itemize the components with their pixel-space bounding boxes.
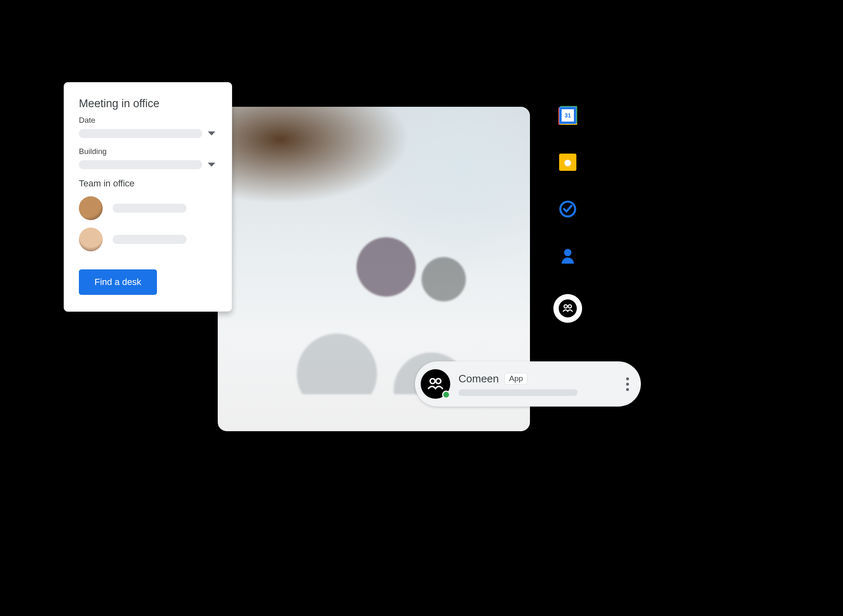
avatar [79, 196, 103, 220]
building-value-placeholder [79, 160, 202, 169]
app-subtitle-placeholder [458, 389, 578, 396]
chevron-down-icon [208, 163, 215, 167]
app-name: Comeen [458, 372, 499, 385]
tasks-icon[interactable] [559, 200, 576, 218]
calendar-icon[interactable]: 31 [559, 107, 576, 124]
card-title: Meeting in office [79, 97, 217, 110]
svg-point-2 [564, 305, 567, 308]
team-row [79, 228, 217, 251]
team-row [79, 196, 217, 220]
team-name-placeholder [113, 204, 187, 213]
contacts-icon[interactable] [559, 247, 576, 264]
more-menu-icon[interactable] [626, 377, 629, 391]
presence-online-icon [442, 391, 450, 399]
comeen-app-chip[interactable]: Comeen App [415, 361, 641, 407]
calendar-day: 31 [562, 109, 574, 122]
find-desk-button[interactable]: Find a desk [79, 269, 157, 295]
building-select[interactable] [79, 160, 217, 169]
svg-point-3 [568, 305, 571, 308]
date-value-placeholder [79, 129, 202, 138]
date-select[interactable] [79, 129, 217, 138]
svg-point-5 [436, 379, 441, 384]
keep-icon[interactable] [559, 154, 576, 171]
svg-point-1 [564, 249, 571, 256]
comeen-icon[interactable] [553, 294, 582, 323]
team-title: Team in office [79, 178, 217, 189]
svg-point-4 [430, 379, 435, 384]
chevron-down-icon [208, 131, 215, 136]
date-label: Date [79, 116, 217, 125]
team-name-placeholder [113, 235, 187, 244]
meeting-card: Meeting in office Date Building Team in … [64, 82, 232, 312]
app-badge: App [504, 373, 527, 384]
avatar [79, 228, 103, 251]
building-label: Building [79, 147, 217, 156]
side-panel-rail: 31 [551, 107, 584, 323]
